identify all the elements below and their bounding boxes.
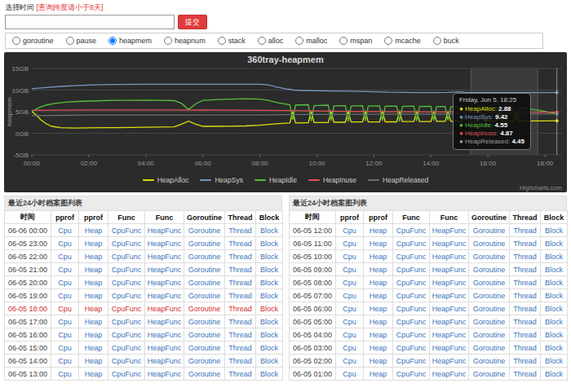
goroutine-link[interactable]: Goroutine [188,318,221,326]
cpufunc-link[interactable]: CpuFunc [396,253,427,261]
time-input[interactable] [5,15,175,29]
thread-link[interactable]: Thread [513,305,537,313]
legend-item-heapidle[interactable]: HeapIdle [255,176,297,184]
cpu-link[interactable]: Cpu [343,292,356,300]
radio-goroutine[interactable] [12,37,20,45]
radio-malloc[interactable] [295,37,303,45]
radio-heapmem[interactable] [108,37,117,45]
goroutine-link[interactable]: Goroutine [188,279,221,287]
heapfunc-link[interactable]: HeapFunc [148,357,182,365]
heapfunc-link[interactable]: HeapFunc [432,318,467,326]
cpufunc-link[interactable]: CpuFunc [396,240,427,248]
heap-link[interactable]: Heap [85,279,103,287]
cpufunc-link[interactable]: CpuFunc [112,292,142,300]
cpufunc-link[interactable]: CpuFunc [112,370,142,378]
legend-item-heapinuse[interactable]: HeapInuse [308,176,356,184]
block-link[interactable]: Block [545,240,563,248]
heapfunc-link[interactable]: HeapFunc [432,331,467,339]
cpu-link[interactable]: Cpu [343,318,356,326]
block-link[interactable]: Block [260,331,278,339]
cpu-link[interactable]: Cpu [58,318,72,326]
heap-link[interactable]: Heap [370,279,387,287]
cpu-link[interactable]: Cpu [58,370,72,378]
heapfunc-link[interactable]: HeapFunc [432,240,467,248]
thread-link[interactable]: Thread [228,292,252,300]
goroutine-link[interactable]: Goroutine [473,266,506,274]
heapfunc-link[interactable]: HeapFunc [148,344,182,352]
goroutine-link[interactable]: Goroutine [188,344,221,352]
thread-link[interactable]: Thread [513,357,537,365]
heap-link[interactable]: Heap [85,357,103,365]
cpufunc-link[interactable]: CpuFunc [112,357,142,365]
heap-link[interactable]: Heap [370,357,387,365]
radio-mspan[interactable] [339,37,347,45]
goroutine-link[interactable]: Goroutine [188,331,221,339]
heap-link[interactable]: Heap [370,331,387,339]
cpu-link[interactable]: Cpu [58,240,72,248]
thread-link[interactable]: Thread [513,318,537,326]
legend-item-heapalloc[interactable]: HeapAlloc [143,176,189,184]
heap-link[interactable]: Heap [370,266,387,274]
heapfunc-link[interactable]: HeapFunc [432,279,467,287]
cpu-link[interactable]: Cpu [343,227,356,235]
thread-link[interactable]: Thread [228,305,252,313]
goroutine-link[interactable]: Goroutine [473,292,506,300]
goroutine-link[interactable]: Goroutine [473,240,506,248]
cpufunc-link[interactable]: CpuFunc [396,370,427,378]
block-link[interactable]: Block [545,305,563,313]
thread-link[interactable]: Thread [513,240,537,248]
cpu-link[interactable]: Cpu [58,357,72,365]
heapfunc-link[interactable]: HeapFunc [148,266,182,274]
heapfunc-link[interactable]: HeapFunc [148,227,182,235]
heapfunc-link[interactable]: HeapFunc [432,305,467,313]
heap-link[interactable]: Heap [370,227,387,235]
heap-link[interactable]: Heap [85,292,103,300]
thread-link[interactable]: Thread [513,266,537,274]
thread-link[interactable]: Thread [228,357,252,365]
block-link[interactable]: Block [260,253,278,261]
goroutine-link[interactable]: Goroutine [473,344,506,352]
heap-link[interactable]: Heap [85,240,103,248]
goroutine-link[interactable]: Goroutine [473,370,506,378]
cpu-link[interactable]: Cpu [343,357,356,365]
heap-link[interactable]: Heap [85,266,103,274]
heapfunc-link[interactable]: HeapFunc [148,318,182,326]
thread-link[interactable]: Thread [513,253,537,261]
cpu-link[interactable]: Cpu [343,266,356,274]
heap-link[interactable]: Heap [85,227,103,235]
radio-option-buck[interactable]: buck [433,37,459,45]
heap-link[interactable]: Heap [370,344,387,352]
radio-mcache[interactable] [384,37,392,45]
block-link[interactable]: Block [545,331,563,339]
radio-option-alloc[interactable]: alloc [258,37,284,45]
cpu-link[interactable]: Cpu [58,266,72,274]
heapfunc-link[interactable]: HeapFunc [432,266,467,274]
block-link[interactable]: Block [260,240,278,248]
highcharts-credit[interactable]: Highcharts.com [520,184,562,192]
cpu-link[interactable]: Cpu [343,331,356,339]
cpufunc-link[interactable]: CpuFunc [396,357,427,365]
heapfunc-link[interactable]: HeapFunc [432,292,467,300]
heapfunc-link[interactable]: HeapFunc [148,279,182,287]
heapfunc-link[interactable]: HeapFunc [432,253,467,261]
goroutine-link[interactable]: Goroutine [473,305,506,313]
submit-button[interactable]: 提交 [178,15,207,29]
heapfunc-link[interactable]: HeapFunc [148,292,182,300]
block-link[interactable]: Block [260,279,278,287]
thread-link[interactable]: Thread [513,227,537,235]
block-link[interactable]: Block [545,292,563,300]
goroutine-link[interactable]: Goroutine [188,227,221,235]
thread-link[interactable]: Thread [228,266,252,274]
radio-option-malloc[interactable]: malloc [295,37,327,45]
goroutine-link[interactable]: Goroutine [473,318,506,326]
cpufunc-link[interactable]: CpuFunc [396,318,427,326]
goroutine-link[interactable]: Goroutine [473,227,506,235]
cpu-link[interactable]: Cpu [343,344,356,352]
block-link[interactable]: Block [545,266,563,274]
heapfunc-link[interactable]: HeapFunc [148,240,182,248]
chart-plot[interactable]: 15GB10GB5GB0GB-5GB00:0002:0004:0006:0008… [4,65,567,174]
cpu-link[interactable]: Cpu [58,344,72,352]
cpufunc-link[interactable]: CpuFunc [396,266,427,274]
radio-option-heapmem[interactable]: heapmem [108,37,152,45]
goroutine-link[interactable]: Goroutine [188,305,221,313]
